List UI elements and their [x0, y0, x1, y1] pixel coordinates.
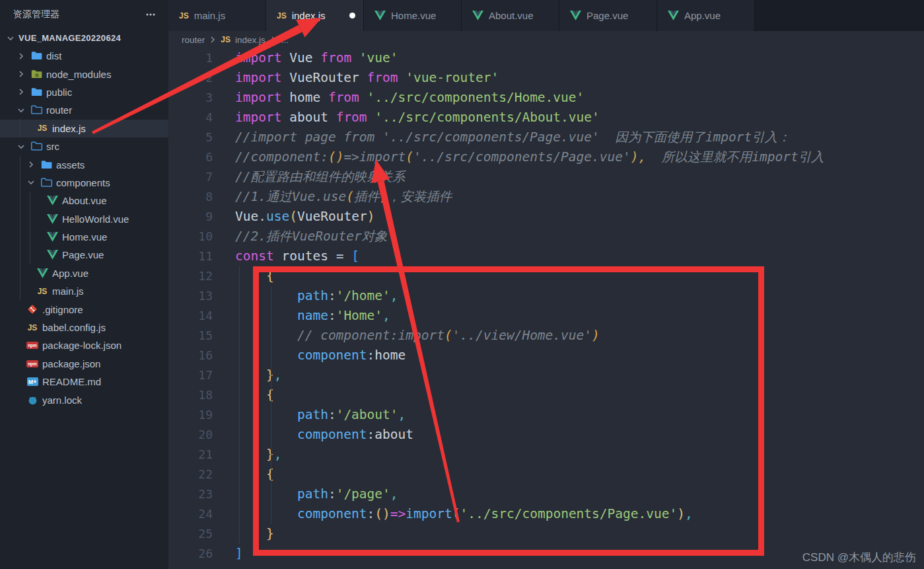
tree-item-label: App.vue	[52, 268, 89, 279]
code-line: 23 path:'/page',	[168, 484, 924, 504]
code-text: {	[213, 465, 274, 484]
tree-item-label: package.json	[42, 358, 100, 369]
tree-item-label: assets	[56, 159, 85, 171]
code-text: }	[213, 524, 274, 544]
code-line: 13 path:'/home',	[168, 286, 924, 306]
chevron-right-icon	[270, 36, 277, 44]
tab-label: Page.vue	[586, 10, 628, 21]
tree-indent-guide	[30, 192, 30, 264]
vue-icon	[374, 11, 386, 20]
code-text: path:'/home',	[213, 286, 398, 306]
explorer-header: 资源管理器	[0, 0, 168, 29]
line-number: 6	[168, 147, 213, 167]
line-number: 24	[168, 504, 213, 524]
chevron-down-icon	[16, 105, 26, 116]
code-text: ]	[213, 544, 243, 564]
tree-item-assets[interactable]: assets	[0, 155, 168, 173]
npm-icon: npm	[26, 360, 38, 367]
code-line: 12 {	[168, 266, 924, 286]
line-number: 25	[168, 524, 213, 544]
tree-item-router[interactable]: router	[0, 101, 168, 119]
line-number: 18	[168, 385, 213, 405]
tree-item-label: router	[46, 104, 72, 116]
tree-item-readme-md[interactable]: MREADME.md	[0, 373, 168, 391]
code-text: const routes = [	[213, 247, 359, 266]
tab-index-js[interactable]: JSindex.js	[266, 0, 364, 31]
tree-item-page-vue[interactable]: Page.vue	[0, 246, 168, 264]
vue-icon	[668, 11, 679, 20]
folder-open-icon	[30, 105, 42, 115]
tree-item-label: public	[46, 87, 72, 98]
tree-item-yarn-lock[interactable]: yarn.lock	[0, 391, 168, 408]
line-number: 23	[168, 484, 213, 504]
line-number: 19	[168, 405, 213, 425]
tab-home-vue[interactable]: Home.vue	[364, 0, 462, 31]
tree-item-label: main.js	[52, 285, 84, 297]
tab-about-vue[interactable]: About.vue	[462, 0, 559, 31]
tab-main-js[interactable]: JSmain.js	[168, 0, 266, 31]
tree-item-helloworld-vue[interactable]: HelloWorld.vue	[0, 210, 168, 228]
line-number: 12	[168, 266, 213, 286]
tree-item-about-vue[interactable]: About.vue	[0, 192, 168, 209]
tab-app-vue[interactable]: App.vue	[657, 0, 755, 31]
tree-item-app-vue[interactable]: App.vue	[0, 264, 168, 282]
tree-item-label: babel.config.js	[42, 322, 106, 333]
tree-item-label: components	[56, 177, 110, 188]
code-line: 1import Vue from 'vue'	[168, 48, 924, 68]
more-actions-icon[interactable]	[145, 9, 157, 20]
tree-item-node-modules[interactable]: node_modules	[0, 65, 168, 83]
code-line: 25 }	[168, 524, 924, 544]
line-number: 2	[168, 68, 213, 88]
breadcrumb-folder[interactable]: router	[182, 35, 205, 45]
code-editor[interactable]: 1import Vue from 'vue'2import VueRouter …	[168, 48, 924, 569]
tree-item-dist[interactable]: dist	[0, 47, 168, 65]
code-line: 22 {	[168, 465, 924, 484]
code-text: component:()=>import('../src/components/…	[213, 504, 693, 524]
breadcrumb: router JS index.js ...	[168, 31, 924, 48]
code-text: path:'/about',	[213, 405, 406, 425]
tree-item-label: Home.vue	[62, 231, 107, 243]
tree-item-package-json[interactable]: npmpackage.json	[0, 355, 168, 373]
tab-page-vue[interactable]: Page.vue	[559, 0, 657, 31]
tree-item-label: HelloWorld.vue	[62, 213, 129, 225]
line-number: 1	[168, 48, 213, 68]
tree-indent-guide	[20, 155, 20, 300]
line-number: 17	[168, 365, 213, 385]
code-line: 5//import page from '../src/components/P…	[168, 128, 924, 147]
code-text: //import page from '../src/components/Pa…	[213, 128, 791, 147]
tree-item-src[interactable]: src	[0, 137, 168, 155]
tree-item-index-js[interactable]: JSindex.js	[0, 120, 168, 137]
folder-open-icon	[30, 141, 42, 151]
vue-icon	[472, 11, 483, 20]
folder-open-icon	[40, 178, 52, 188]
watermark: CSDN @木偶人的悲伤	[802, 550, 916, 565]
tree-item-package-lock-json[interactable]: npmpackage-lock.json	[0, 336, 168, 354]
tab-label: About.vue	[489, 10, 534, 21]
tree-item-public[interactable]: public	[0, 83, 168, 101]
code-text: import home from '../src/components/Home…	[213, 88, 584, 108]
code-line: 6//component:()=>import('../src/componen…	[168, 147, 924, 167]
vue-icon	[46, 250, 58, 260]
code-text: component:home	[213, 346, 406, 365]
tree-item-babel-config-js[interactable]: JSbabel.config.js	[0, 319, 168, 336]
line-number: 7	[168, 167, 213, 187]
tree-indent-guide	[20, 119, 20, 137]
line-number: 20	[168, 425, 213, 445]
code-line: 17 },	[168, 365, 924, 385]
code-line: 8//1.通过Vue.use(插件)，安装插件	[168, 187, 924, 207]
tree-root-folder[interactable]: VUE_MANAGE20220624	[0, 29, 168, 47]
breadcrumb-symbol[interactable]: ...	[281, 35, 289, 45]
md-icon: M	[26, 377, 38, 386]
line-number: 16	[168, 346, 213, 365]
code-line: 4import about from '../src/components/Ab…	[168, 108, 924, 128]
tree-item-gitignore[interactable]: .gitignore	[0, 300, 168, 318]
tree-item-label: yarn.lock	[42, 395, 82, 406]
vscode-window: 资源管理器 VUE_MANAGE20220624 distnode_module…	[0, 0, 924, 569]
tree-item-components[interactable]: components	[0, 174, 168, 192]
line-number: 21	[168, 445, 213, 465]
tree-item-main-js[interactable]: JSmain.js	[0, 282, 168, 300]
code-line: 9Vue.use(VueRouter)	[168, 207, 924, 227]
breadcrumb-file[interactable]: index.js	[235, 35, 266, 45]
tree-item-label: node_modules	[46, 69, 111, 80]
tree-item-home-vue[interactable]: Home.vue	[0, 228, 168, 246]
